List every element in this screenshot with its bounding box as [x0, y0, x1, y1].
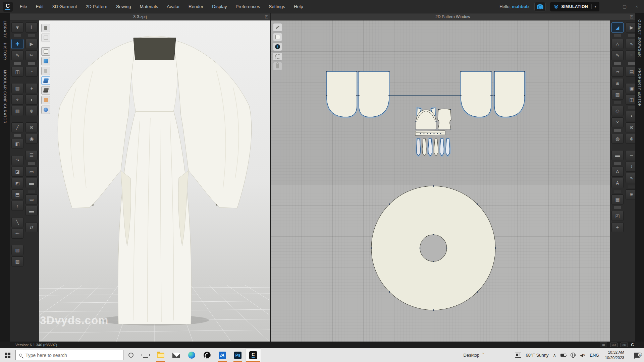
search-input[interactable] [25, 353, 109, 358]
sleeve-pattern-1[interactable] [327, 72, 357, 117]
gore-5[interactable] [440, 139, 444, 156]
tool-pin[interactable]: ⌖ [11, 95, 23, 105]
simulation-caret-icon[interactable]: ▾ [591, 4, 596, 9]
menu-settings[interactable]: Settings [264, 0, 289, 13]
pattern-information-icon[interactable]: i [273, 43, 282, 51]
popout-3d-icon[interactable]: ◳ [265, 14, 268, 19]
tool-select-move[interactable]: ▶ [25, 39, 38, 49]
mannequin-icon[interactable] [41, 67, 50, 75]
tool-grading[interactable]: ▦ [611, 194, 624, 204]
tool-compress[interactable]: ⇄ [25, 222, 38, 232]
tool-edit-curvature[interactable]: ✎ [611, 50, 624, 60]
menu-preferences[interactable]: Preferences [231, 0, 264, 13]
menu-display[interactable]: Display [208, 0, 231, 13]
tab-object-browser[interactable]: OBJECT BROWSER [638, 19, 642, 57]
waistband-pattern[interactable] [415, 131, 445, 135]
action-center-button[interactable]: 4 [632, 353, 642, 358]
tool-drape[interactable]: ◗ [25, 95, 38, 105]
pattern-outline-icon[interactable] [273, 52, 282, 61]
gore-3[interactable] [428, 139, 432, 156]
tab-property-editor[interactable]: PROPERTY EDITOR [638, 68, 642, 107]
view-2d-button[interactable]: 2D [621, 343, 628, 347]
tool-top-garment[interactable]: ⬒ [11, 189, 23, 199]
tool-tack[interactable]: ◔ [25, 67, 38, 77]
tool-seam-allowance[interactable]: ▬ [611, 150, 624, 160]
tool-lift-garment[interactable]: ↑ [11, 201, 23, 211]
layout-grid-icon[interactable]: ▦ [600, 343, 607, 347]
tool-pattern-text[interactable]: A [611, 178, 624, 188]
maximize-icon[interactable]: ▢ [623, 4, 627, 9]
menu-avatar[interactable]: Avatar [162, 0, 184, 13]
tool-fit-map[interactable]: ▧ [11, 245, 23, 255]
show-garment-2d-icon[interactable] [273, 33, 282, 41]
fabric-view-dark-icon[interactable] [41, 86, 50, 95]
tab-history[interactable]: HISTORY [3, 43, 7, 61]
bodice-back-pattern[interactable] [438, 109, 451, 129]
pen-tablet-icon[interactable] [273, 23, 282, 32]
menu-file[interactable]: File [15, 0, 32, 13]
task-view-button[interactable] [138, 348, 153, 362]
show-garment-icon[interactable] [41, 34, 50, 42]
clo-statusbar-icon[interactable]: C [631, 343, 634, 347]
tool-edit-pattern[interactable]: △ [611, 39, 624, 49]
taskbar-app-clo[interactable]: C [246, 348, 261, 362]
tool-measure[interactable]: ✏ [11, 229, 23, 239]
show-avatar-icon[interactable] [41, 24, 50, 32]
gore-2[interactable] [422, 139, 426, 156]
language-indicator[interactable]: ENG [590, 353, 599, 358]
tool-dart[interactable]: ▨ [611, 89, 624, 100]
menu-2d-pattern[interactable]: 2D Pattern [82, 0, 112, 13]
tool-polygon[interactable]: ▱ [611, 67, 624, 77]
menu-3d-garment[interactable]: 3D Garment [48, 0, 82, 13]
desktop-chevron-icon[interactable]: » [482, 351, 484, 355]
tool-walk-avatar[interactable]: ⌖ [611, 222, 624, 232]
tool-flatten[interactable]: ◧ [11, 139, 23, 149]
tool-roll-hem[interactable]: ▬ [25, 178, 38, 188]
taskbar-search[interactable] [15, 350, 123, 360]
tool-move-gizmo[interactable]: ✚ [11, 39, 23, 49]
app-logo[interactable]: C [3, 2, 13, 12]
tool-cut-sew[interactable]: ✂ [25, 50, 38, 60]
2d-pattern-canvas[interactable] [271, 20, 610, 342]
3d-scene[interactable] [39, 20, 270, 342]
popout-2d-icon[interactable]: ◳ [630, 14, 633, 19]
tool-piping[interactable]: ▬ [25, 206, 38, 216]
tool-simulate[interactable]: ▼ [11, 22, 23, 33]
news-widget-icon[interactable] [515, 353, 521, 358]
tool-vest[interactable]: ◩ [11, 178, 23, 188]
tool-pleats[interactable]: ☰ [25, 150, 38, 160]
texture-surface-icon[interactable] [41, 57, 50, 65]
fabric-view-blue-icon[interactable] [41, 76, 50, 85]
cortana-button[interactable] [123, 348, 138, 362]
tool-pause-animation[interactable]: ‖ [25, 22, 38, 33]
start-button[interactable] [0, 348, 15, 362]
gore-6[interactable] [446, 139, 450, 156]
tool-fold-tack[interactable]: ◕ [25, 83, 38, 93]
taskbar-clock[interactable]: 10:32 AM 10/20/2023 [605, 350, 624, 360]
tool-edit-pin[interactable]: ✎ [11, 50, 23, 60]
close-icon[interactable]: × [635, 4, 638, 9]
view-3d-button[interactable]: 3D [610, 343, 618, 347]
network-icon[interactable] [571, 353, 576, 358]
tool-pattern-annotation[interactable]: A [611, 167, 624, 177]
gore-patterns[interactable] [417, 139, 450, 156]
taskbar-app-file-explorer[interactable] [153, 348, 168, 362]
taskbar-app-edge[interactable] [184, 348, 199, 362]
simulation-button[interactable]: SIMULATION ▾ [550, 2, 599, 11]
tool-button-group[interactable]: ⊛ [25, 122, 38, 132]
gore-4[interactable] [434, 139, 438, 156]
tool-trace[interactable]: ◍ [611, 134, 624, 144]
tool-roll-sleeve[interactable]: ▭ [25, 167, 38, 177]
taskbar-app-mail[interactable] [168, 348, 184, 362]
menu-help[interactable]: Help [289, 0, 308, 13]
menu-edit[interactable]: Edit [32, 0, 48, 13]
menu-materials[interactable]: Materials [135, 0, 162, 13]
tool-fold-arrangement[interactable]: ↷ [11, 155, 23, 165]
thick-textured-icon[interactable] [41, 47, 50, 56]
tool-sewing-tool[interactable]: ▥ [11, 106, 23, 116]
weather-label[interactable]: 68°F Sunny [526, 353, 548, 358]
tool-button[interactable]: ⊕ [25, 106, 38, 116]
tool-zipper[interactable]: ╲ [11, 217, 23, 227]
taskbar-app-photoshop[interactable]: Ps [230, 348, 246, 362]
circle-skirt-pattern[interactable] [371, 185, 496, 311]
